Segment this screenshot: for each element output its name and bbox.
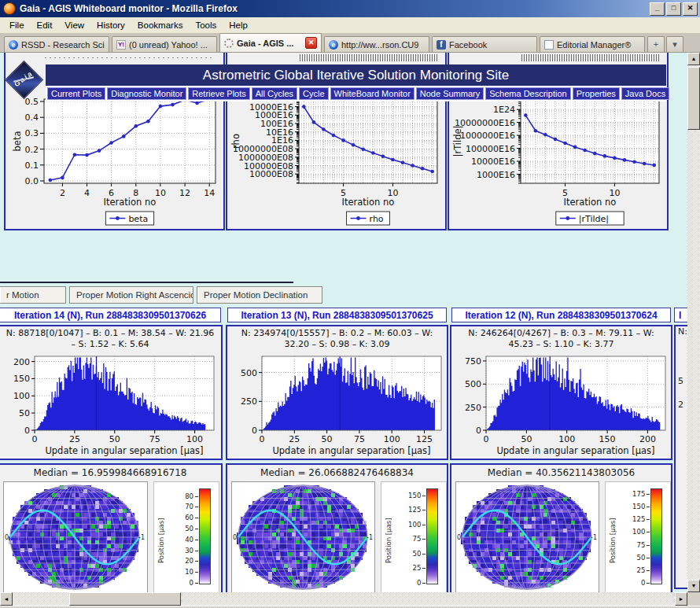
svg-text:25: 25: [69, 434, 80, 444]
nav-diagnostic-monitor[interactable]: Diagnostic Monitor: [107, 87, 186, 100]
nav-properties[interactable]: Properties: [573, 87, 620, 100]
horizontal-scrollbar[interactable]: ◄ ►: [0, 592, 687, 606]
colorbar-tick-label: 80: [154, 492, 193, 500]
iteration-14-skymap: 0-1: [4, 482, 146, 592]
svg-text:10000000E16: 10000000E16: [455, 118, 515, 128]
colorbar-tick: [647, 558, 650, 558]
scroll-right-button[interactable]: ►: [675, 592, 687, 606]
colorbar-tick-label: 70: [154, 503, 193, 510]
scroll-down-button[interactable]: ▼: [687, 580, 700, 592]
colorbar-tick: [422, 554, 426, 555]
maximize-button[interactable]: □: [666, 2, 681, 16]
colorbar-tick-label: 30: [154, 547, 193, 555]
menu-bookmarks[interactable]: Bookmarks: [131, 19, 190, 31]
nav-node-summary[interactable]: Node Summary: [416, 87, 484, 100]
nav-java-docs[interactable]: Java Docs: [621, 87, 669, 100]
iteration-14-median: Median = 16.959984668916718: [0, 465, 221, 480]
svg-text:-1: -1: [138, 534, 145, 541]
iteration-12-header: Iteration 12 (N), Run 288483830950137062…: [451, 308, 671, 322]
colorbar-tick: [422, 568, 426, 569]
colorbar-tick-label: 100: [606, 528, 645, 536]
tab-facebook[interactable]: f Facebook: [432, 36, 537, 52]
menu-file[interactable]: File: [3, 19, 31, 31]
nav-all-cycles[interactable]: All Cycles: [252, 87, 297, 100]
scroll-left-button[interactable]: ◄: [0, 592, 13, 606]
svg-text:12: 12: [179, 188, 190, 198]
iteration-14-panel: Iteration 14 (N), Run 288483830950137062…: [0, 308, 223, 592]
svg-text:100: 100: [186, 434, 203, 444]
colorbar-tick-label: 75: [606, 541, 645, 549]
firefox-icon: [3, 2, 16, 15]
colorbar-tick-label: 60: [154, 514, 193, 521]
svg-text:100000E16: 100000E16: [466, 144, 515, 154]
svg-text:250: 250: [465, 403, 481, 413]
colorbar-tick: [195, 540, 198, 540]
svg-text:1000000E16: 1000000E16: [460, 131, 515, 141]
colorbar-tick: [195, 551, 198, 551]
svg-text:Iteration no: Iteration no: [104, 197, 157, 208]
tab-close-icon[interactable]: ✕: [305, 37, 317, 49]
nav-retrieve-plots[interactable]: Retrieve Plots: [188, 87, 249, 100]
svg-text:500: 500: [465, 379, 481, 389]
svg-text:2: 2: [60, 188, 65, 198]
new-tab-button[interactable]: +: [647, 36, 665, 52]
colorbar-tick-label: 0: [154, 579, 193, 587]
iteration-12-stats: N: 246264[0/4267] – B: 0.3 – M: 79.11 – …: [451, 326, 671, 352]
tab-rssd[interactable]: e RSSD - Research Sci...: [4, 36, 109, 52]
globe-icon: e: [9, 40, 18, 50]
close-button[interactable]: ✕: [683, 2, 698, 16]
iteration-13-panel: Iteration 13 (N), Run 288483830950137062…: [226, 308, 448, 592]
tab-proper-motion[interactable]: r Motion: [0, 286, 66, 304]
svg-text:25: 25: [289, 434, 300, 444]
tab-proper-motion-right-ascencion[interactable]: Proper Motion Right Ascencion: [69, 286, 193, 304]
svg-text:500: 500: [241, 368, 257, 378]
colorbar-gradient: [426, 488, 438, 584]
menu-tools[interactable]: Tools: [189, 19, 223, 31]
iteration-13-map-box: Median = 26.066882476468834 0-1 Position…: [226, 463, 448, 592]
colorbar-tick-label: 50: [154, 525, 193, 532]
svg-text:beta: beta: [12, 131, 23, 152]
svg-text:750: 750: [465, 356, 481, 367]
iteration-14-stats: N: 88718[0/1047] – B: 0.1 – M: 38.54 – W…: [0, 326, 221, 352]
horizontal-scroll-thumb[interactable]: [69, 592, 181, 606]
colorbar-tick: [195, 572, 198, 573]
colorbar-tick: [422, 539, 426, 540]
vertical-scroll-thumb[interactable]: [687, 67, 700, 130]
menu-view[interactable]: View: [58, 19, 90, 31]
colorbar-tick-label: 20: [154, 557, 193, 565]
menu-edit[interactable]: Edit: [31, 19, 59, 31]
svg-text:0: 0: [259, 434, 264, 444]
svg-text:0.0: 0.0: [25, 176, 39, 186]
iteration-13-skymap: 0-1: [232, 482, 374, 592]
tab-url[interactable]: e http://ww...rson.CU9: [324, 36, 429, 52]
iteration-13-colorbar: Position [µas] 0255075100125150: [381, 481, 447, 592]
tab-yahoo[interactable]: Y! (0 unread) Yahoo! ...: [112, 36, 217, 52]
nav-cycle[interactable]: Cycle: [299, 87, 329, 100]
vertical-scrollbar[interactable]: ▲ ▼: [687, 53, 700, 592]
svg-text:50: 50: [109, 434, 120, 444]
nav-whiteboard-monitor[interactable]: WhiteBoard Monitor: [330, 87, 414, 100]
menu-help[interactable]: Help: [223, 19, 254, 31]
minimize-button[interactable]: _: [650, 2, 665, 16]
nav-schema-description[interactable]: Schema Description: [485, 87, 570, 100]
scroll-up-button[interactable]: ▲: [687, 53, 700, 65]
window-title: Gaia - AGIS Whiteboard monitor - Mozilla…: [20, 3, 650, 14]
svg-text:0.2: 0.2: [25, 145, 39, 155]
colorbar-tick-label: 175: [606, 490, 645, 498]
nav-current-plots[interactable]: Current Plots: [47, 87, 105, 100]
titlebar[interactable]: Gaia - AGIS Whiteboard monitor - Mozilla…: [0, 0, 700, 17]
tab-gaia-active[interactable]: Gaia - AGIS ... ✕: [219, 33, 322, 52]
svg-text:200: 200: [639, 434, 655, 444]
svg-text:150: 150: [599, 434, 615, 444]
svg-text:0: 0: [252, 426, 257, 436]
iteration-13-histogram: 02505000255075100125Update in angular se…: [230, 353, 444, 458]
list-tabs-button[interactable]: ▾: [666, 36, 683, 52]
svg-text:0.1: 0.1: [25, 160, 39, 171]
colorbar-tick-label: 50: [381, 550, 421, 558]
tab-proper-motion-declination[interactable]: Proper Motion Declination: [197, 286, 322, 304]
rho-chart: 10000E161000E16100E1610E161E1610000000E0…: [228, 97, 444, 227]
iteration-13-histogram-box: N: 234974[0/15557] – B: 0.2 – M: 60.03 –…: [226, 325, 448, 460]
firefox-window: Gaia - AGIS Whiteboard monitor - Mozilla…: [0, 0, 700, 608]
menu-history[interactable]: History: [90, 19, 131, 31]
tab-editorial-manager[interactable]: Editorial Manager®: [540, 36, 645, 52]
